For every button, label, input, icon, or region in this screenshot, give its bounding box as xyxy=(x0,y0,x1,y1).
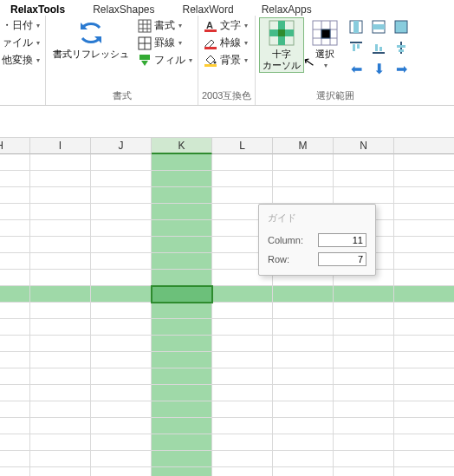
grid-cell[interactable] xyxy=(212,319,273,336)
grid-cell[interactable] xyxy=(212,434,273,451)
grid-cell[interactable] xyxy=(0,220,30,237)
grid-cell[interactable] xyxy=(212,385,273,401)
grid-cell[interactable] xyxy=(394,336,454,352)
grid-cell[interactable] xyxy=(152,336,212,352)
grid-cell[interactable] xyxy=(334,434,394,451)
grid-cell[interactable] xyxy=(91,385,152,401)
format-menu[interactable]: 書式▾ xyxy=(136,17,194,34)
grid-cell[interactable] xyxy=(273,401,334,418)
grid-cell[interactable] xyxy=(334,467,394,476)
grid-cell[interactable] xyxy=(91,434,152,451)
grid-cell[interactable] xyxy=(91,154,152,171)
grid-cell[interactable] xyxy=(273,434,334,451)
grid-cell[interactable] xyxy=(0,418,30,434)
grid-cell[interactable] xyxy=(91,352,152,368)
cross-cursor-button[interactable]: 十字 カーソル xyxy=(259,17,304,73)
grid-cell[interactable] xyxy=(212,352,273,368)
grid-cell[interactable] xyxy=(334,451,394,467)
grid-cell[interactable] xyxy=(394,385,454,401)
grid-cell[interactable] xyxy=(30,336,91,352)
grid-cell[interactable] xyxy=(30,270,91,286)
grid-cell[interactable] xyxy=(212,467,273,476)
grid-cell[interactable] xyxy=(212,401,273,418)
grid-cell[interactable] xyxy=(0,451,30,467)
grid-cell[interactable] xyxy=(334,352,394,368)
grid-cell[interactable] xyxy=(334,401,394,418)
grid-cell[interactable] xyxy=(273,187,334,204)
align-bottom-button[interactable] xyxy=(368,38,389,57)
grid-cell[interactable] xyxy=(30,434,91,451)
grid-cell[interactable] xyxy=(0,303,30,319)
grid-cell[interactable] xyxy=(394,352,454,368)
grid-cell[interactable] xyxy=(273,467,334,476)
grid-cell[interactable] xyxy=(212,451,273,467)
grid-cell[interactable] xyxy=(394,418,454,434)
grid-cells[interactable] xyxy=(0,154,454,476)
grid-cell[interactable] xyxy=(334,154,394,171)
grid-cell[interactable] xyxy=(30,171,91,187)
grid-cell[interactable] xyxy=(0,270,30,286)
grid-cell[interactable] xyxy=(91,418,152,434)
grid-cell[interactable] xyxy=(273,336,334,352)
grid-cell[interactable] xyxy=(91,237,152,253)
grid-cell[interactable] xyxy=(273,154,334,171)
merge-all-button[interactable] xyxy=(391,17,412,36)
grid-cell[interactable] xyxy=(30,451,91,467)
grid-cell[interactable] xyxy=(152,303,212,319)
grid-cell[interactable] xyxy=(0,319,30,336)
grid-cell[interactable] xyxy=(30,401,91,418)
date-menu[interactable]: ・日付▾ xyxy=(0,17,42,34)
grid-cell[interactable] xyxy=(212,303,273,319)
grid-cell[interactable] xyxy=(394,187,454,204)
font-color-menu[interactable]: A文字▾ xyxy=(202,17,250,34)
tab-relaxshapes[interactable]: RelaxShapes xyxy=(89,2,158,16)
grid-cell[interactable] xyxy=(30,154,91,171)
grid-cell[interactable] xyxy=(0,187,30,204)
grid-cell[interactable] xyxy=(0,401,30,418)
grid-cell[interactable] xyxy=(152,401,212,418)
border-menu[interactable]: 罫線▾ xyxy=(136,35,194,51)
grid-cell[interactable] xyxy=(0,253,30,270)
grid-cell[interactable] xyxy=(394,204,454,220)
grid-cell[interactable] xyxy=(273,286,334,303)
grid-cell[interactable] xyxy=(394,286,454,303)
grid-cell[interactable] xyxy=(152,220,212,237)
grid-cell[interactable] xyxy=(334,319,394,336)
fill-menu[interactable]: フィル▾ xyxy=(136,52,194,68)
grid-cell[interactable] xyxy=(334,336,394,352)
grid-cell[interactable] xyxy=(91,467,152,476)
col-header-selected[interactable]: K xyxy=(152,137,212,154)
file-menu[interactable]: ァイル▾ xyxy=(0,35,42,51)
grid-cell[interactable] xyxy=(212,368,273,385)
grid-cell[interactable] xyxy=(0,467,30,476)
grid-cell[interactable] xyxy=(394,270,454,286)
grid-cell[interactable] xyxy=(0,171,30,187)
grid-cell[interactable] xyxy=(0,368,30,385)
grid-cell[interactable] xyxy=(152,319,212,336)
grid-cell[interactable] xyxy=(152,368,212,385)
grid-cell[interactable] xyxy=(394,319,454,336)
grid-cell[interactable] xyxy=(273,171,334,187)
col-header[interactable] xyxy=(394,137,454,154)
grid-cell[interactable] xyxy=(30,286,91,303)
select-button[interactable]: 選択 ▾ xyxy=(308,17,342,72)
grid-cell[interactable] xyxy=(212,336,273,352)
grid-cell[interactable] xyxy=(91,303,152,319)
grid-cell[interactable] xyxy=(152,286,212,303)
grid-cell[interactable] xyxy=(91,401,152,418)
grid-cell[interactable] xyxy=(394,451,454,467)
outline-color-menu[interactable]: 枠線▾ xyxy=(202,35,250,51)
tab-relaxword[interactable]: RelaxWord xyxy=(179,2,237,16)
grid-cell[interactable] xyxy=(91,187,152,204)
col-header[interactable]: I xyxy=(30,137,91,154)
tab-relaxapps[interactable]: RelaxApps xyxy=(258,2,315,16)
grid-cell[interactable] xyxy=(152,154,212,171)
grid-cell[interactable] xyxy=(334,418,394,434)
tab-relaxtools[interactable]: RelaxTools xyxy=(7,2,68,16)
grid-cell[interactable] xyxy=(394,401,454,418)
grid-cell[interactable] xyxy=(0,286,30,303)
grid-cell[interactable] xyxy=(30,237,91,253)
col-header[interactable]: L xyxy=(212,137,273,154)
grid-cell[interactable] xyxy=(30,187,91,204)
grid-cell[interactable] xyxy=(334,286,394,303)
